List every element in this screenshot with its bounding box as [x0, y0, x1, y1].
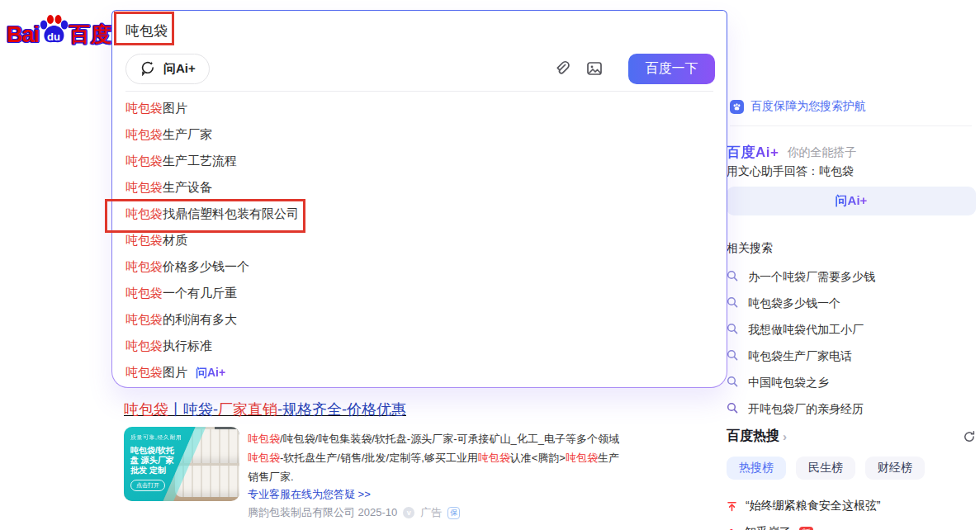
desc-highlight: 吨包袋	[248, 452, 280, 464]
tab-livelihood-list[interactable]: 民生榜	[796, 457, 855, 480]
magnifier-icon	[727, 296, 738, 311]
search-result-ad: 吨包袋丨吨袋-厂家直销-规格齐全-价格优惠 质量可靠,经久耐用 吨包袋/软托盘 …	[124, 400, 718, 419]
desc-text: /吨包袋/吨包集装袋/软托盘-源头厂家-可承接矿山_化工_电子等多个领域	[280, 433, 619, 445]
ad-label: 广告	[420, 505, 442, 520]
search-input[interactable]: 吨包袋	[125, 21, 168, 40]
suggestion-item[interactable]: 吨包袋材质	[112, 227, 727, 253]
related-search-item[interactable]: 吨包袋多少钱一个	[727, 291, 875, 317]
logo-text-bai: Bai	[7, 22, 39, 48]
suggestion-rest: 图片	[163, 101, 187, 115]
customer-service-link[interactable]: 专业客服在线为您答疑 >>	[248, 487, 371, 502]
desc-highlight: 吨包袋	[566, 452, 598, 464]
related-search-text: 吨包袋生产厂家电话	[748, 349, 852, 364]
suggestion-rest: 执行标准	[163, 338, 212, 353]
thumb-cta-pill: 点击打开	[130, 480, 165, 491]
verified-icon: v	[403, 507, 414, 518]
thumb-top-label: 质量可靠,经久耐用	[130, 433, 182, 442]
suggestion-list: 吨包袋图片 吨包袋生产厂家 吨包袋生产工艺流程 吨包袋生产设备 吨包袋找鼎信塑料…	[112, 95, 727, 386]
magnifier-icon	[727, 402, 738, 417]
suggestion-item[interactable]: 吨包袋的利润有多大	[112, 306, 727, 333]
suggestion-highlight: 吨包袋	[125, 206, 163, 220]
thumb-copy: 质量可靠,经久耐用 吨包袋/软托盘 源头厂家批发 定制 点击打开	[130, 433, 182, 491]
hot-search-text: 知乎崩了	[745, 525, 791, 530]
suggestion-item[interactable]: 吨包袋生产工艺流程	[112, 148, 727, 174]
suggestion-highlight: 吨包袋	[125, 338, 163, 353]
ask-ai-label: 问Ai+	[163, 61, 196, 77]
attachment-paperclip-icon[interactable]	[552, 59, 570, 78]
ai-tagline: 你的全能搭子	[787, 145, 856, 160]
hot-search-item-top[interactable]: “始终绷紧粮食安全这根弦”	[727, 493, 976, 519]
suggestion-highlight: 吨包袋	[125, 180, 163, 194]
baidu-ai-brand: 百度Ai+	[727, 143, 779, 162]
title-segment-blue: -规格齐全-价格优惠	[277, 401, 406, 418]
magnifier-icon	[727, 376, 738, 390]
related-search-item[interactable]: 吨包袋生产厂家电话	[727, 343, 875, 370]
related-search-item[interactable]: 中国吨包袋之乡	[727, 370, 875, 396]
toolbar-divider	[125, 91, 713, 92]
related-search-text: 中国吨包袋之乡	[748, 376, 829, 390]
desc-text: 生产	[598, 452, 619, 464]
title-segment-blue: 丨吨袋-	[168, 401, 218, 418]
result-thumbnail[interactable]: 质量可靠,经久耐用 吨包袋/软托盘 源头厂家批发 定制 点击打开	[124, 427, 239, 501]
suggestion-rest: 找鼎信塑料包装有限公司	[163, 206, 299, 220]
tab-finance-list[interactable]: 财经榜	[865, 457, 925, 480]
related-search-item[interactable]: 开吨包袋厂的亲身经历	[727, 396, 875, 423]
ai-brand-row: 百度Ai+ 你的全能搭子	[727, 143, 856, 162]
related-search-text: 办一个吨袋厂需要多少钱	[748, 270, 875, 285]
hot-search-header: 百度热搜 ›	[727, 428, 976, 445]
chevron-right-icon: ›	[783, 429, 787, 443]
ask-ai-suffix[interactable]: 问Ai+	[196, 366, 225, 379]
refresh-chat-icon	[140, 59, 158, 78]
suggestion-item[interactable]: 吨包袋生产厂家	[112, 121, 727, 148]
baidu-search-page: Bai du 百度 吨包袋	[0, 0, 980, 530]
hot-search-title[interactable]: 百度热搜	[727, 428, 779, 445]
suggestion-item[interactable]: 吨包袋执行标准	[112, 333, 727, 359]
suggestion-highlight: 吨包袋	[125, 127, 163, 141]
hot-search-text: “始终绷紧粮食安全这根弦”	[746, 499, 880, 513]
baidu-paw-icon: du	[37, 13, 70, 48]
suggestion-item[interactable]: 吨包袋图片	[112, 95, 727, 121]
guarantee-paw-icon	[730, 100, 744, 114]
related-search-text: 吨包袋多少钱一个	[748, 296, 840, 311]
suggestion-item[interactable]: 吨包袋生产设备	[112, 174, 727, 201]
suggestion-rest: 的利润有多大	[163, 312, 237, 326]
related-search-title: 相关搜索	[727, 241, 773, 256]
related-search-item[interactable]: 我想做吨袋代加工小厂	[727, 317, 875, 343]
search-dropdown-inner: 吨包袋 问Ai+	[112, 11, 727, 387]
suggestion-highlight: 吨包袋	[125, 365, 163, 379]
desc-line-1: 吨包袋/吨包袋/吨包集装袋/软托盘-源头厂家-可承接矿山_化工_电子等多个领域	[248, 429, 636, 448]
magnifier-icon	[727, 270, 738, 285]
refresh-icon[interactable]	[963, 430, 976, 443]
related-search-list: 办一个吨袋厂需要多少钱 吨包袋多少钱一个 我想做吨袋代加工小厂 吨包袋生产厂家电…	[727, 264, 875, 423]
ask-ai-sidebar-button[interactable]: 问Ai+	[727, 187, 976, 215]
logo-text-du: du	[47, 31, 60, 43]
suggestion-rest: 材质	[163, 233, 187, 247]
baidu-guarantee-link[interactable]: 百度保障为您搜索护航	[730, 99, 866, 114]
result-title-link[interactable]: 吨包袋丨吨袋-厂家直销-规格齐全-价格优惠	[124, 400, 718, 419]
suggestion-rest: 价格多少钱一个	[163, 259, 249, 273]
new-badge: 新	[799, 527, 813, 530]
suggestion-item[interactable]: 吨包袋价格多少钱一个	[112, 253, 727, 280]
suggestion-item[interactable]: 吨包袋一个有几斤重	[112, 280, 727, 306]
suggestion-item[interactable]: 吨包袋图片问Ai+	[112, 359, 727, 386]
rank-number: 1	[727, 526, 736, 530]
toolbar-right-group: 百度一下	[552, 54, 715, 84]
suggestion-highlight: 吨包袋	[125, 312, 163, 326]
suggestion-item-highlighted[interactable]: 吨包袋找鼎信塑料包装有限公司	[112, 201, 727, 227]
image-search-icon[interactable]	[585, 59, 604, 78]
baidu-logo[interactable]: Bai du 百度	[7, 13, 112, 48]
suggestion-highlight: 吨包袋	[125, 286, 163, 300]
related-search-item[interactable]: 办一个吨袋厂需要多少钱	[727, 264, 875, 291]
thumb-main-text: 吨包袋/软托盘 源头厂家批发 定制	[130, 446, 182, 476]
hot-search-section: 百度热搜 › 热搜榜 民生榜 财经榜	[727, 428, 976, 530]
desc-highlight: 吨包袋	[248, 433, 280, 445]
suggestion-rest: 生产厂家	[163, 127, 212, 141]
source-name-and-date: 腾韵包装制品有限公司 2025-10	[248, 505, 397, 520]
ask-ai-pill-button[interactable]: 问Ai+	[125, 54, 210, 84]
pinned-top-icon	[727, 501, 737, 512]
tab-hot-list[interactable]: 热搜榜	[727, 457, 786, 480]
suggestion-rest: 生产工艺流程	[163, 154, 237, 168]
hot-search-item-1[interactable]: 1 知乎崩了 新	[727, 519, 976, 530]
suggestion-highlight: 吨包袋	[125, 233, 163, 247]
baidu-search-button[interactable]: 百度一下	[628, 54, 715, 84]
